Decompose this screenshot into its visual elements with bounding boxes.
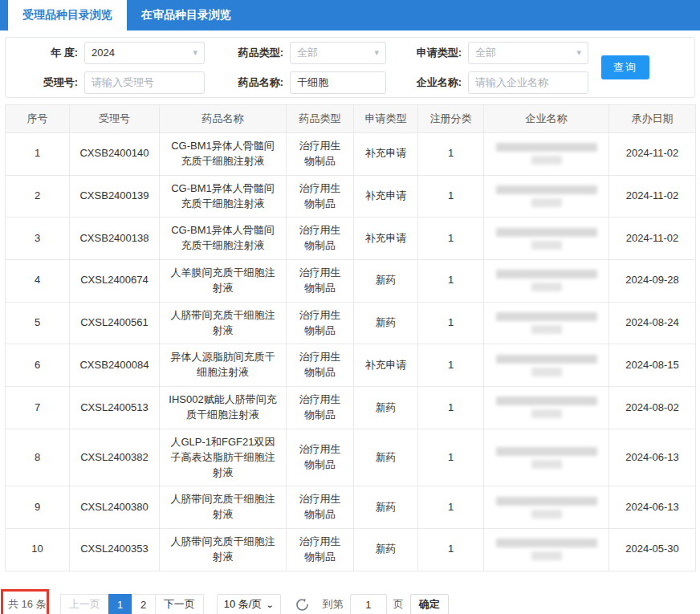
year-label: 年 度:: [28, 46, 78, 60]
cell-company: [484, 429, 609, 486]
year-select[interactable]: 2024 ▾: [84, 42, 205, 64]
cell-date: 2024-06-13: [609, 429, 696, 486]
cell-drug-type: 治疗用生物制品: [287, 429, 354, 486]
prev-page-button[interactable]: 上一页: [60, 594, 109, 614]
cell-drug-name: 人GLP-1和FGF21双因子高表达脂肪干细胞注射液: [160, 429, 287, 486]
cell-drug-name: 异体人源脂肪间充质干细胞注射液: [160, 344, 287, 387]
table-row: 3 CXSB2400138 CG-BM1异体人骨髓间充质干细胞注射液 治疗用生物…: [6, 218, 696, 260]
header-drug-name: 药品名称: [160, 105, 287, 133]
cell-seq: 2: [6, 175, 70, 218]
table-body: 1 CXSB2400140 CG-BM1异体人骨髓间充质干细胞注射液 治疗用生物…: [6, 133, 696, 571]
cell-acceptance-no: CXSB2400140: [70, 133, 160, 176]
cell-acceptance-no: CXSB2400138: [70, 218, 160, 260]
redacted-company-block: [492, 447, 600, 469]
drug-name-input[interactable]: 干细胞: [290, 71, 386, 94]
cell-drug-name: 人脐带间充质干细胞注射液: [160, 486, 287, 529]
cell-company: [484, 175, 609, 218]
page-button-group: 上一页 1 2 下一页: [61, 594, 204, 614]
cell-apply-type: 补充申请: [354, 175, 418, 218]
results-table: 序号 受理号 药品名称 药品类型 申请类型 注册分类 企业名称 承办日期 1 C…: [5, 104, 696, 571]
company-label: 企业名称:: [404, 75, 462, 90]
cell-company: [484, 387, 609, 429]
table-header-row: 序号 受理号 药品名称 药品类型 申请类型 注册分类 企业名称 承办日期: [6, 105, 696, 133]
query-button[interactable]: 查询: [601, 55, 649, 79]
cell-date: 2024-11-02: [609, 133, 696, 176]
cell-apply-type: 补充申请: [354, 133, 418, 176]
cell-acceptance-no: CXSL2400380: [70, 486, 160, 529]
cell-apply-type: 补充申请: [354, 218, 418, 260]
page-button-1[interactable]: 1: [108, 594, 132, 614]
cell-drug-type: 治疗用生物制品: [287, 387, 354, 429]
redacted-company-block: [492, 143, 600, 165]
next-page-button[interactable]: 下一页: [155, 594, 204, 614]
cell-date: 2024-11-02: [609, 175, 696, 218]
cell-seq: 5: [6, 302, 70, 344]
cell-drug-name: IHS002赋能人脐带间充质干细胞注射液: [160, 387, 287, 429]
confirm-button[interactable]: 确定: [410, 594, 449, 614]
cell-reg-class: 1: [418, 387, 484, 429]
tab-bar: 受理品种目录浏览 在审品种目录浏览: [0, 0, 700, 30]
goto-page-input[interactable]: [350, 594, 387, 614]
redacted-company-block: [492, 396, 600, 418]
cell-date: 2024-11-02: [609, 218, 696, 260]
cell-drug-type: 治疗用生物制品: [287, 529, 354, 571]
cell-acceptance-no: CXSB2400139: [70, 175, 160, 218]
redacted-company-block: [492, 312, 600, 334]
table-row: 10 CXSL2400353 人脐带间充质干细胞注射液 治疗用生物制品 新药 1…: [6, 529, 696, 571]
drug-type-select[interactable]: 全部 ▾: [290, 42, 386, 64]
cell-seq: 9: [6, 486, 70, 529]
search-grid: 年 度: 2024 ▾ 药品类型: 全部 ▾ 申请类型: 全部 ▾ 受理号: 请…: [6, 42, 588, 94]
cell-reg-class: 1: [418, 429, 484, 486]
apply-type-select-value: 全部: [475, 46, 496, 60]
table-row: 9 CXSL2400380 人脐带间充质干细胞注射液 治疗用生物制品 新药 1 …: [6, 486, 696, 529]
header-acceptance-no: 受理号: [70, 105, 160, 133]
tab-under-review-catalog[interactable]: 在审品种目录浏览: [127, 0, 246, 30]
cell-date: 2024-08-02: [609, 387, 696, 429]
redacted-company-block: [492, 185, 600, 207]
table-row: 8 CXSL2400382 人GLP-1和FGF21双因子高表达脂肪干细胞注射液…: [6, 429, 696, 486]
acceptance-no-input[interactable]: 请输入受理号: [84, 71, 205, 94]
cell-reg-class: 1: [418, 133, 484, 176]
goto-prefix-label: 到第: [323, 597, 344, 612]
chevron-down-icon: ▾: [576, 47, 581, 58]
cell-reg-class: 1: [418, 302, 484, 344]
apply-type-select[interactable]: 全部 ▾: [468, 42, 588, 64]
cell-date: 2024-08-15: [609, 344, 696, 387]
cell-drug-type: 治疗用生物制品: [287, 486, 354, 529]
cell-date: 2024-05-30: [609, 529, 696, 571]
table-row: 5 CXSL2400561 人脐带间充质干细胞注射液 治疗用生物制品 新药 1 …: [6, 302, 696, 344]
redacted-company-block: [492, 228, 600, 250]
company-placeholder: 请输入企业名称: [475, 75, 548, 90]
goto-suffix-label: 页: [393, 597, 404, 612]
redacted-company-block: [492, 270, 600, 291]
header-drug-type: 药品类型: [287, 105, 354, 133]
header-date: 承办日期: [609, 105, 696, 133]
cell-reg-class: 1: [418, 218, 484, 260]
cell-company: [484, 260, 609, 303]
refresh-icon[interactable]: [295, 597, 310, 612]
redacted-company-block: [492, 355, 600, 376]
page-size-select[interactable]: 10 条/页 ⌄: [217, 594, 281, 614]
cell-drug-name: 人羊膜间充质干细胞注射液: [160, 260, 287, 303]
cell-company: [484, 486, 609, 529]
chevron-down-icon: ▾: [193, 47, 197, 58]
table-row: 7 CXSL2400513 IHS002赋能人脐带间充质干细胞注射液 治疗用生物…: [6, 387, 696, 429]
cell-date: 2024-08-24: [609, 302, 696, 344]
cell-seq: 6: [6, 344, 70, 387]
header-seq: 序号: [6, 105, 70, 133]
page-button-2[interactable]: 2: [132, 594, 156, 614]
cell-company: [484, 302, 609, 344]
company-input[interactable]: 请输入企业名称: [468, 71, 588, 94]
cell-acceptance-no: CXSL2400513: [70, 387, 160, 429]
cell-reg-class: 1: [418, 175, 484, 218]
drug-type-label: 药品类型:: [226, 46, 283, 60]
search-row-1: 年 度: 2024 ▾ 药品类型: 全部 ▾ 申请类型: 全部 ▾: [28, 42, 588, 64]
cell-seq: 4: [6, 260, 70, 303]
cell-apply-type: 新药: [354, 260, 418, 303]
pagination-bar: 共 16 条 上一页 1 2 下一页 10 条/页 ⌄ 到第 页 确定: [6, 594, 449, 614]
cell-acceptance-no: CXSL2400674: [70, 260, 160, 303]
cell-drug-type: 治疗用生物制品: [287, 302, 354, 344]
tab-accepted-catalog[interactable]: 受理品种目录浏览: [8, 0, 127, 30]
cell-drug-type: 治疗用生物制品: [287, 260, 354, 303]
results-table-wrap: 序号 受理号 药品名称 药品类型 申请类型 注册分类 企业名称 承办日期 1 C…: [5, 104, 695, 571]
